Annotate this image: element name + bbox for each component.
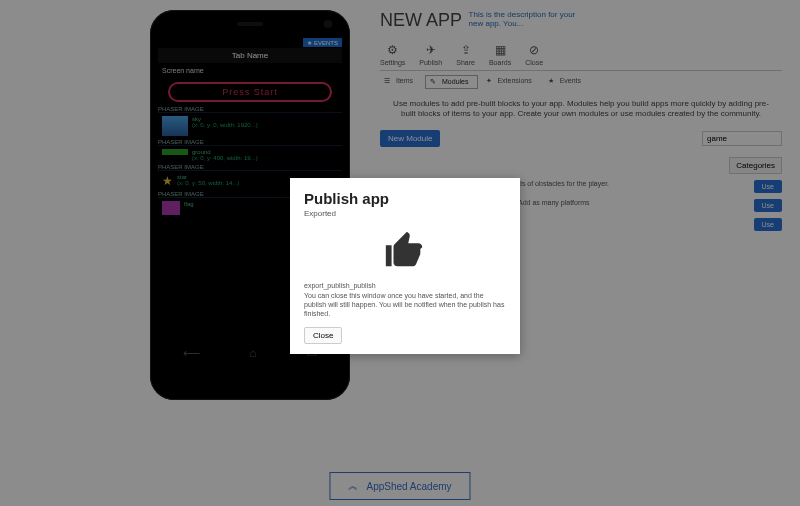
modal-status: Exported [304,209,506,218]
publish-modal: Publish app Exported export_publish_publ… [290,178,520,354]
modal-text: You can close this window once you have … [304,291,506,318]
thumbs-up-icon [380,228,430,274]
modal-title: Publish app [304,190,506,207]
modal-close-button[interactable]: Close [304,327,342,344]
modal-id: export_publish_publish [304,282,506,289]
